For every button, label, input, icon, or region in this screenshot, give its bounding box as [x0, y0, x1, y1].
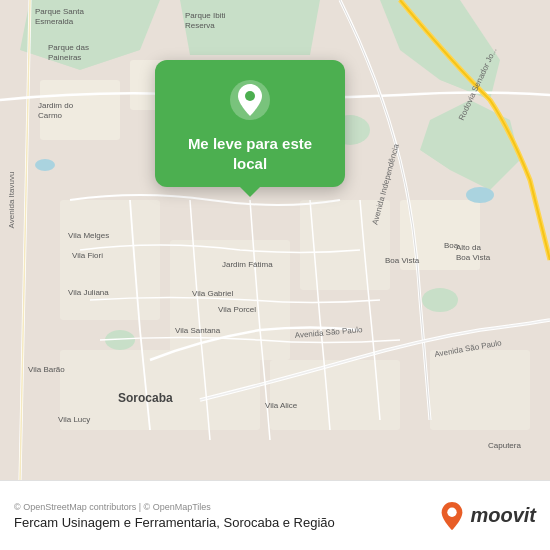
svg-text:Esmeralda: Esmeralda	[35, 17, 74, 26]
svg-rect-13	[430, 350, 530, 430]
svg-text:Vila Alice: Vila Alice	[265, 401, 298, 410]
svg-point-53	[448, 507, 457, 516]
svg-text:Sorocaba: Sorocaba	[118, 391, 173, 405]
svg-rect-5	[40, 80, 120, 140]
map-container[interactable]: Parque Santa Esmeralda Parque Ibiti Rese…	[0, 0, 550, 480]
svg-rect-7	[60, 200, 160, 320]
svg-text:Boa: Boa	[444, 241, 459, 250]
svg-text:Vila Melges: Vila Melges	[68, 231, 109, 240]
svg-text:Parque Ibiti: Parque Ibiti	[185, 11, 226, 20]
svg-text:Avenida Itavuvu: Avenida Itavuvu	[7, 172, 16, 229]
svg-point-16	[422, 288, 458, 312]
location-title: Fercam Usinagem e Ferramentaria, Sorocab…	[14, 515, 438, 530]
svg-text:Parque Santa: Parque Santa	[35, 7, 84, 16]
svg-text:Vila Gabriel: Vila Gabriel	[192, 289, 233, 298]
svg-point-18	[466, 187, 494, 203]
moovit-text: moovit	[470, 504, 536, 527]
svg-text:Paineiras: Paineiras	[48, 53, 81, 62]
svg-text:Vila Santana: Vila Santana	[175, 326, 221, 335]
popup-label: Me leve para este local	[171, 134, 329, 173]
svg-text:Alto da: Alto da	[456, 243, 481, 252]
attribution-text: © OpenStreetMap contributors | © OpenMap…	[14, 502, 438, 512]
bottom-text-area: © OpenStreetMap contributors | © OpenMap…	[14, 502, 438, 530]
svg-text:Jardim do: Jardim do	[38, 101, 74, 110]
svg-point-52	[245, 91, 255, 101]
svg-point-19	[35, 159, 55, 171]
svg-text:Boa Vista: Boa Vista	[456, 253, 491, 262]
svg-text:Vila Fiori: Vila Fiori	[72, 251, 103, 260]
svg-text:Vila Porcel: Vila Porcel	[218, 305, 256, 314]
moovit-logo: moovit	[438, 500, 536, 532]
svg-text:Vila Lucy: Vila Lucy	[58, 415, 90, 424]
moovit-pin-icon	[438, 500, 466, 532]
bottom-bar: © OpenStreetMap contributors | © OpenMap…	[0, 480, 550, 550]
svg-text:Vila Barão: Vila Barão	[28, 365, 65, 374]
svg-text:Boa Vista: Boa Vista	[385, 256, 420, 265]
svg-text:Jardim Fátima: Jardim Fátima	[222, 260, 273, 269]
svg-text:Vila Juliana: Vila Juliana	[68, 288, 109, 297]
svg-text:Reserva: Reserva	[185, 21, 215, 30]
svg-text:Caputera: Caputera	[488, 441, 521, 450]
popup-card[interactable]: Me leve para este local	[155, 60, 345, 187]
location-pin-icon	[228, 78, 272, 122]
svg-rect-8	[170, 240, 290, 360]
svg-text:Carmo: Carmo	[38, 111, 63, 120]
svg-text:Parque das: Parque das	[48, 43, 89, 52]
